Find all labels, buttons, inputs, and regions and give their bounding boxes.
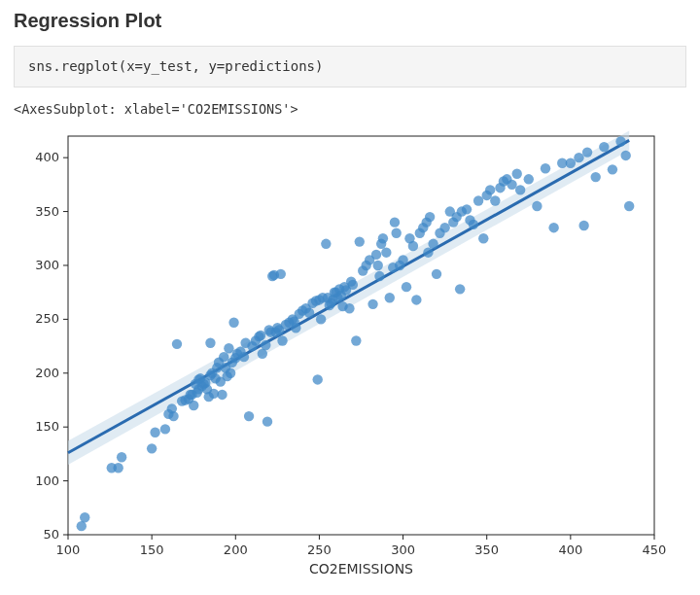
x-tick-label: 300 [391,542,415,557]
scatter-point [351,335,361,345]
scatter-point [591,172,601,182]
scatter-point [615,136,625,146]
code-cell[interactable]: sns.regplot(x=y_test, y=predictions) [14,46,686,88]
scatter-point [244,411,254,421]
y-tick-label: 250 [35,311,59,326]
scatter-point [398,255,407,264]
scatter-point [462,204,472,214]
scatter-point [599,142,609,152]
scatter-point [608,164,617,174]
scatter-point [485,185,495,194]
scatter-point [532,201,542,211]
scatter-point [258,349,267,359]
scatter-point [512,169,522,179]
scatter-point [439,223,449,232]
y-tick-label: 100 [35,473,59,488]
scatter-point [355,236,365,246]
scatter-point [368,299,377,309]
scatter-point [582,147,592,157]
scatter-point [371,250,381,260]
scatter-point [473,195,483,205]
scatter-point [313,374,323,384]
scatter-point [524,174,534,184]
scatter-point [205,338,215,348]
scatter-point [217,390,227,400]
scatter-point [224,343,233,353]
scatter-point [321,239,331,249]
scatter-point [261,340,270,350]
x-tick-label: 350 [474,542,499,557]
scatter-point [348,280,358,290]
scatter-point [455,284,465,294]
scatter-point [624,201,634,211]
y-tick-label: 400 [35,150,59,164]
scatter-point [385,293,395,302]
scatter-point [276,269,286,279]
scatter-point [189,401,198,410]
plot-frame [68,136,654,535]
y-tick-label: 150 [35,419,59,434]
scatter-point [117,452,126,462]
scatter-point [478,233,488,243]
scatter-point [621,151,631,160]
scatter-point [578,221,588,230]
scatter-point [291,323,300,332]
y-tick-label: 350 [35,204,59,219]
scatter-point [80,512,89,522]
scatter-point [408,241,418,251]
scatter-point [219,352,228,362]
x-tick-label: 400 [558,542,582,557]
scatter-point [469,220,478,229]
scatter-point [373,261,383,270]
scatter-point [566,158,576,168]
scatter-point [411,295,421,304]
scatter-point [378,233,388,243]
scatter-point [391,228,401,238]
scatter-point [515,185,525,194]
scatter-point [390,217,400,227]
scatter-point [548,223,558,232]
scatter-point [374,271,384,281]
x-tick-label: 250 [307,542,332,557]
scatter-point [428,239,438,249]
scatter-point [304,308,314,318]
scatter-point [147,443,157,453]
scatter-point [402,282,411,292]
scatter-point [239,352,249,362]
section-heading: Regression Plot [14,10,686,32]
regression-chart: 1001502002503003504004505010015020025030… [19,124,666,581]
scatter-point [168,411,178,421]
scatter-point [507,180,516,190]
y-tick-label: 200 [35,366,59,380]
y-tick-label: 50 [43,527,59,542]
scatter-point [150,428,159,438]
scatter-point [77,521,87,531]
scatter-point [425,212,435,222]
scatter-point [172,339,182,349]
scatter-point [490,195,500,205]
scatter-point [113,463,122,472]
code-text: sns.regplot(x=y_test, y=predictions) [28,58,323,74]
scatter-point [381,247,391,257]
scatter-point [226,368,235,378]
x-axis-label: CO2EMISSIONS [309,561,413,577]
x-tick-label: 100 [56,542,81,557]
scatter-point [344,303,354,313]
scatter-point [423,247,433,257]
x-tick-label: 450 [643,542,666,557]
scatter-point [574,153,583,162]
scatter-point [160,424,170,434]
y-tick-label: 300 [35,258,59,272]
scatter-point [316,314,326,324]
scatter-point [262,416,272,426]
scatter-point [256,331,265,340]
scatter-point [541,163,550,173]
output-repr: <AxesSubplot: xlabel='CO2EMISSIONS'> [14,101,686,117]
x-tick-label: 150 [140,542,164,557]
x-tick-label: 200 [224,542,248,557]
scatter-point [228,318,238,328]
scatter-point [432,269,441,279]
scatter-point [277,335,287,345]
